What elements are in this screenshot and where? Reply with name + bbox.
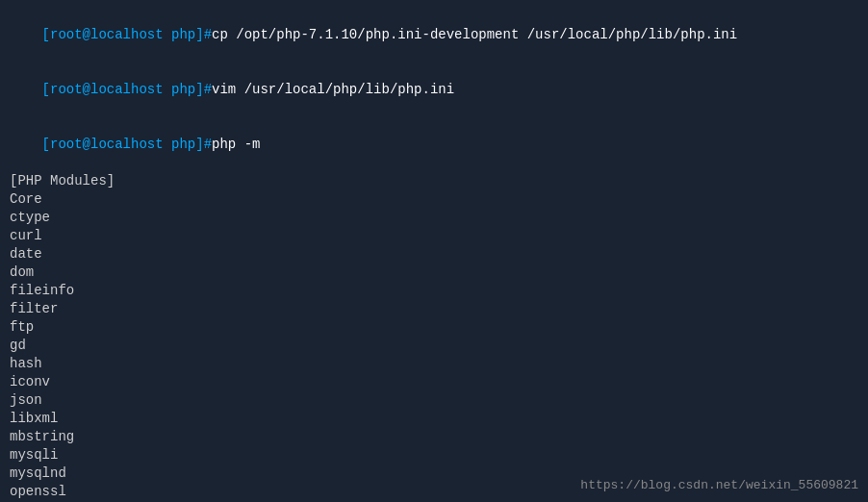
output-mbstring: mbstring (10, 428, 858, 446)
output-ftp: ftp (10, 318, 858, 337)
terminal-line-2: [root@localhost php]#vim /usr/local/php/… (10, 63, 858, 117)
output-gd: gd (10, 337, 858, 355)
terminal-line-1: [root@localhost php]#cp /opt/php-7.1.10/… (10, 8, 858, 63)
prompt-2: [root@localhost php]# (42, 82, 212, 97)
output-filter: filter (10, 300, 858, 318)
terminal-line-3: [root@localhost php]#php -m (10, 117, 858, 172)
output-dom: dom (10, 264, 858, 282)
output-hash: hash (10, 355, 858, 373)
watermark: https://blog.csdn.net/weixin_55609821 (580, 478, 858, 492)
terminal-window[interactable]: [root@localhost php]#cp /opt/php-7.1.10/… (0, 0, 868, 502)
output-json: json (10, 391, 858, 410)
output-libxml: libxml (10, 410, 858, 428)
output-ctype: ctype (10, 209, 858, 227)
prompt-1: [root@localhost php]# (42, 27, 212, 42)
output-date: date (10, 245, 858, 264)
command-1: cp /opt/php-7.1.10/php.ini-development /… (212, 27, 737, 42)
output-iconv: iconv (10, 373, 858, 391)
output-core: Core (10, 190, 858, 209)
output-php-modules: [PHP Modules] (10, 172, 858, 190)
command-3: php -m (212, 137, 260, 152)
output-curl: curl (10, 227, 858, 245)
output-mysqli: mysqli (10, 446, 858, 464)
command-2: vim /usr/local/php/lib/php.ini (212, 82, 454, 97)
output-fileinfo: fileinfo (10, 282, 858, 300)
prompt-3: [root@localhost php]# (42, 137, 212, 152)
